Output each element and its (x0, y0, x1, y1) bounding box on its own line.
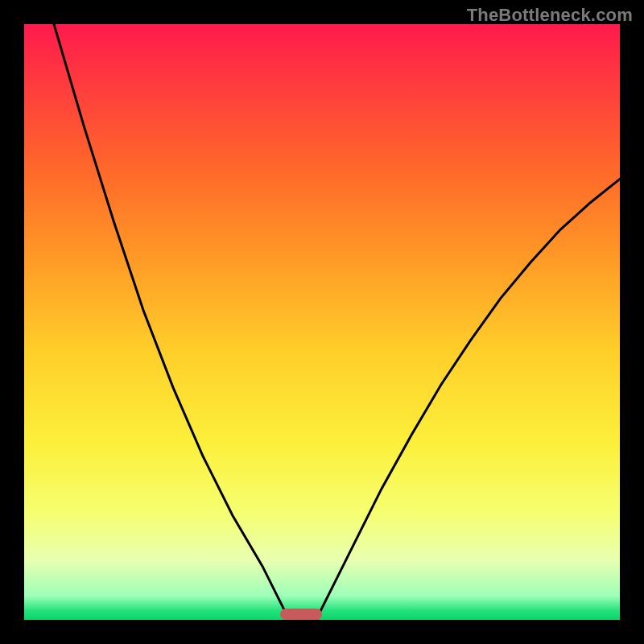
watermark-text: TheBottleneck.com (467, 5, 633, 26)
curve-path-right (316, 179, 620, 620)
chart-frame: TheBottleneck.com (0, 0, 644, 644)
bottleneck-curve (24, 24, 620, 620)
curve-path-left (54, 24, 289, 620)
bottleneck-marker (280, 609, 322, 620)
plot-area (24, 24, 620, 620)
